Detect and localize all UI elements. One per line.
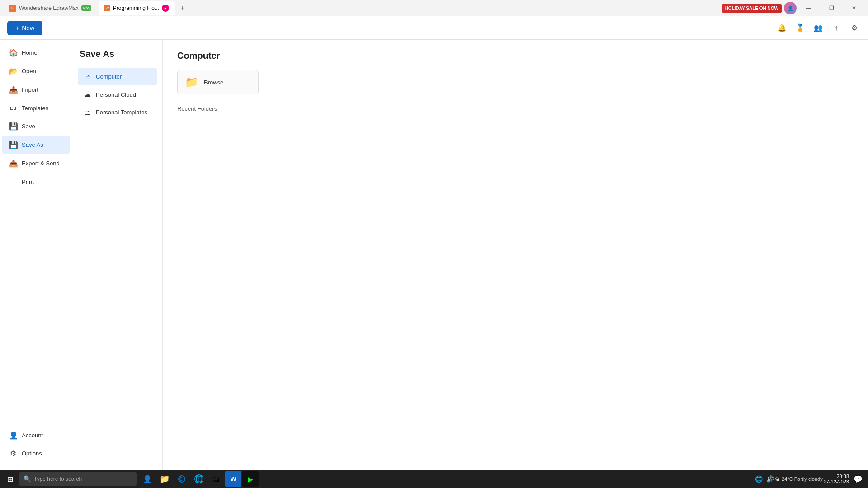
- subnav-personal-templates[interactable]: 🗃 Personal Templates: [78, 104, 157, 121]
- subnav-templates-label: Personal Templates: [96, 109, 147, 116]
- templates-icon: 🗂: [9, 104, 17, 112]
- subnav-computer[interactable]: 🖥 Computer: [78, 68, 157, 85]
- doc-tab-icon: 🖊: [104, 5, 110, 11]
- content-title: Computer: [177, 51, 854, 61]
- app-tab-edrawmax[interactable]: E Wondershare EdrawMax Pro: [4, 1, 97, 15]
- upgrade-icon[interactable]: 🏅: [794, 22, 807, 34]
- network-icon[interactable]: 🌐: [755, 475, 763, 483]
- subnav-cloud-label: Personal Cloud: [96, 91, 136, 98]
- titlebar: E Wondershare EdrawMax Pro 🖊 Programming…: [0, 0, 868, 16]
- share-icon[interactable]: ↑: [830, 22, 843, 34]
- taskbar-edge-icon[interactable]: [174, 471, 190, 487]
- sidebar-export-label: Export & Send: [22, 160, 60, 167]
- new-label: New: [22, 24, 34, 32]
- titlebar-tabs: E Wondershare EdrawMax Pro 🖊 Programming…: [4, 1, 189, 15]
- sidebar-item-templates[interactable]: 🗂 Templates: [2, 99, 70, 117]
- sidebar-item-options[interactable]: ⚙ Options: [2, 445, 70, 462]
- taskbar-files-icon[interactable]: 🗂: [208, 471, 224, 487]
- options-icon: ⚙: [9, 449, 17, 458]
- open-icon: 📂: [9, 67, 17, 75]
- weather-text: 24°C Partly cloudy: [782, 476, 823, 482]
- taskbar-chrome-icon[interactable]: 🌐: [191, 471, 207, 487]
- middle-panel-title: Save As: [78, 49, 157, 59]
- new-button[interactable]: + New: [7, 21, 42, 35]
- sidebar-item-save-as[interactable]: 💾 Save As: [2, 136, 70, 154]
- taskbar-weather[interactable]: 🌤 24°C Partly cloudy: [775, 476, 823, 482]
- minimize-btn[interactable]: —: [798, 1, 819, 15]
- sidebar-item-home[interactable]: 🏠 Home: [2, 44, 70, 61]
- sidebar: 🏠 Home 📂 Open 📥 Import 🗂 Templates 💾 Sav…: [0, 40, 72, 470]
- taskbar-explorer-icon[interactable]: 📁: [156, 471, 173, 487]
- sidebar-item-save[interactable]: 💾 Save: [2, 117, 70, 135]
- taskbar-notification-btn[interactable]: 💬: [850, 471, 866, 487]
- start-button[interactable]: ⊞: [2, 471, 18, 487]
- doc-tab-label: Programming Flo...: [113, 5, 159, 11]
- sidebar-bottom: 👤 Account ⚙ Options: [0, 426, 72, 466]
- content-area: Computer 📁 Browse Recent Folders: [163, 40, 868, 470]
- pro-badge: Pro: [81, 5, 91, 11]
- user-avatar[interactable]: 👤: [784, 2, 797, 14]
- weather-icon: 🌤: [775, 476, 780, 482]
- recent-folders-title: Recent Folders: [177, 105, 854, 112]
- restore-btn[interactable]: ❐: [821, 1, 842, 15]
- tab-close-btn[interactable]: ●: [162, 5, 169, 12]
- middle-panel: Save As 🖥 Computer ☁ Personal Cloud 🗃 Pe…: [72, 40, 163, 470]
- sidebar-save-as-label: Save As: [22, 141, 43, 148]
- search-icon: 🔍: [24, 475, 31, 483]
- edrawmax-app-icon: E: [9, 5, 16, 12]
- print-icon: 🖨: [9, 178, 17, 186]
- sidebar-home-label: Home: [22, 49, 38, 56]
- sidebar-account-label: Account: [22, 432, 43, 439]
- browse-card[interactable]: 📁 Browse: [177, 70, 259, 94]
- taskbar: ⊞ 🔍 Type here to search 👤 📁 🌐 🗂 W ▶ 🌐 🔊 …: [0, 470, 868, 488]
- volume-icon[interactable]: 🔊: [766, 475, 774, 483]
- app-tab-label: Wondershare EdrawMax: [19, 5, 79, 11]
- taskbar-sys-icons: 🌐 🔊: [755, 475, 774, 483]
- home-icon: 🏠: [9, 48, 17, 57]
- browse-folder-icon: 📁: [185, 76, 198, 89]
- subnav-computer-label: Computer: [96, 73, 122, 80]
- doc-tab-active[interactable]: 🖊 Programming Flo... ●: [99, 1, 175, 15]
- sidebar-import-label: Import: [22, 86, 38, 93]
- account-icon: 👤: [9, 431, 17, 440]
- subnav-personal-cloud[interactable]: ☁ Personal Cloud: [78, 86, 157, 103]
- toolbar: + New 🔔 🏅 👥 ↑ ⚙: [0, 16, 868, 40]
- export-icon: 📤: [9, 159, 17, 168]
- sidebar-options-label: Options: [22, 450, 42, 457]
- new-icon: +: [15, 24, 19, 32]
- personal-templates-icon: 🗃: [83, 108, 91, 116]
- clock-date: 27-12-2023: [824, 479, 849, 484]
- community-icon[interactable]: 👥: [812, 22, 825, 34]
- taskbar-word-icon[interactable]: W: [225, 471, 241, 487]
- sidebar-item-export-send[interactable]: 📤 Export & Send: [2, 155, 70, 172]
- save-as-icon: 💾: [9, 141, 17, 149]
- sidebar-open-label: Open: [22, 68, 36, 75]
- sidebar-item-print[interactable]: 🖨 Print: [2, 173, 70, 190]
- sidebar-item-open[interactable]: 📂 Open: [2, 62, 70, 80]
- browse-label: Browse: [204, 79, 223, 86]
- close-btn[interactable]: ✕: [844, 1, 864, 15]
- sidebar-item-import[interactable]: 📥 Import: [2, 81, 70, 99]
- sidebar-templates-label: Templates: [22, 105, 48, 112]
- taskbar-clock[interactable]: 20:38 27-12-2023: [824, 474, 849, 484]
- titlebar-controls: HOLIDAY SALE ON NOW 👤 — ❐ ✕: [722, 1, 864, 15]
- add-tab-btn[interactable]: +: [176, 2, 189, 14]
- settings-icon[interactable]: ⚙: [848, 22, 861, 34]
- clock-time: 20:38: [824, 474, 849, 479]
- import-icon: 📥: [9, 85, 17, 94]
- taskbar-search-placeholder: Type here to search: [34, 476, 82, 482]
- sidebar-item-account[interactable]: 👤 Account: [2, 427, 70, 444]
- taskbar-app-icons: 👤 📁 🌐 🗂 W ▶: [139, 471, 259, 487]
- cloud-icon: ☁: [83, 90, 91, 99]
- sidebar-print-label: Print: [22, 178, 34, 185]
- app-body: 🏠 Home 📂 Open 📥 Import 🗂 Templates 💾 Sav…: [0, 40, 868, 470]
- taskbar-person-icon[interactable]: 👤: [139, 471, 156, 487]
- notification-icon[interactable]: 🔔: [776, 22, 788, 34]
- sidebar-save-label: Save: [22, 123, 35, 130]
- save-icon: 💾: [9, 122, 17, 131]
- toolbar-icons: 🔔 🏅 👥 ↑ ⚙: [776, 22, 861, 34]
- computer-icon: 🖥: [83, 73, 91, 80]
- taskbar-search-box[interactable]: 🔍 Type here to search: [19, 472, 137, 486]
- taskbar-terminal-icon[interactable]: ▶: [242, 471, 259, 487]
- holiday-sale-btn[interactable]: HOLIDAY SALE ON NOW: [722, 4, 782, 13]
